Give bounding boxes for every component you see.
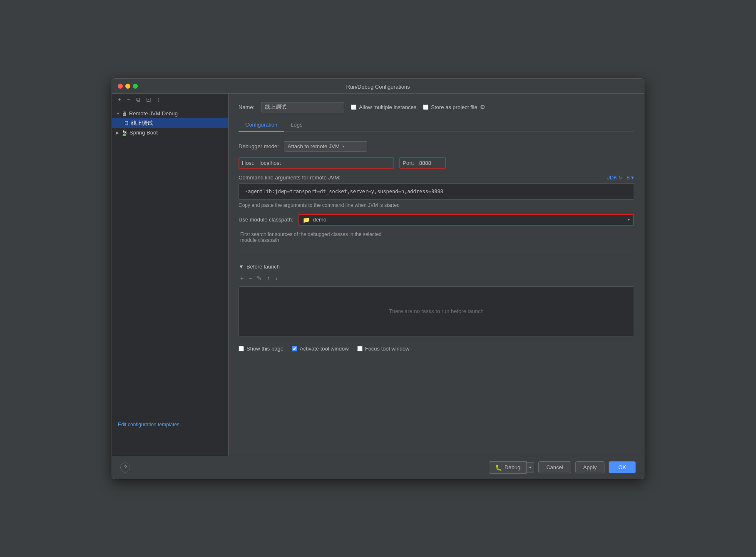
store-as-project-label: Store as project file [431,104,477,110]
module-dropdown-arrow-icon: ▾ [628,217,630,222]
before-launch-move-up-button[interactable]: ↑ [265,274,271,282]
before-launch-add-button[interactable]: + [239,274,245,282]
host-input[interactable] [258,158,391,168]
module-hint-line1: First search for sources of the debugged… [240,231,634,237]
no-tasks-text: There are no tasks to run before launch [389,308,484,314]
module-icon: 📁 [303,216,310,223]
sidebar-item-xian-shang[interactable]: 🖥 线上调试 [112,118,228,128]
sidebar-tree: ▼ 🖥 Remote JVM Debug 🖥 线上调试 ▶ 🍃 Spring B… [112,107,228,456]
before-launch-header[interactable]: ▼ Before launch [239,264,634,270]
host-port-row: Host: Port: [239,157,634,169]
command-line-value: -agentlib:jdwp=transport=dt_socket,serve… [245,189,443,194]
jdk-link[interactable]: JDK 5 - 8 ▾ [607,174,634,181]
dialog-footer: ? 🐛 Debug ▾ Cancel Apply OK [112,456,644,479]
run-debug-configurations-dialog: Run/Debug Configurations + − ⧉ ⊡ ↕ ▼ 🖥 R… [112,78,644,479]
host-label: Host: [242,160,254,166]
store-as-project-group: Store as project file ⚙ [423,104,485,110]
footer-right: 🐛 Debug ▾ Cancel Apply OK [489,461,636,474]
focus-tool-window-checkbox[interactable] [357,346,363,351]
gear-icon: ⚙ [480,104,485,110]
debug-button[interactable]: 🐛 Debug [489,461,527,474]
title-bar: Run/Debug Configurations [112,79,644,94]
before-launch-remove-button[interactable]: − [247,274,254,282]
close-traffic-light[interactable] [118,84,123,89]
sidebar: + − ⧉ ⊡ ↕ ▼ 🖥 Remote JVM Debug 🖥 线上调试 [112,94,229,456]
module-classpath-row: Use module classpath: 📁 demo ▾ [239,214,634,226]
before-launch-area: There are no tasks to run before launch [239,286,634,336]
sidebar-item-label-springboot: Spring Boot [129,129,158,136]
activate-tool-window-group: Activate tool window [292,346,349,352]
tab-configuration[interactable]: Configuration [239,118,284,132]
minimize-traffic-light[interactable] [125,84,130,89]
command-line-section: Command line arguments for remote JVM: J… [239,174,634,208]
module-value: demo [313,216,327,223]
help-button[interactable]: ? [120,463,130,472]
show-this-page-group: Show this page [239,346,284,352]
show-this-page-checkbox[interactable] [239,346,244,351]
activate-tool-window-label: Activate tool window [300,346,349,352]
debugger-mode-label: Debugger mode: [239,143,279,149]
activate-tool-window-checkbox[interactable] [292,346,297,351]
before-launch-toolbar: + − ✎ ↑ ↓ [239,273,634,283]
store-as-project-checkbox[interactable] [423,104,428,110]
main-content: + − ⧉ ⊡ ↕ ▼ 🖥 Remote JVM Debug 🖥 线上调试 [112,94,644,456]
show-this-page-label: Show this page [246,346,284,352]
module-hint: First search for sources of the debugged… [239,231,634,243]
command-line-box: -agentlib:jdwp=transport=dt_socket,serve… [239,183,634,200]
move-config-button[interactable]: ⊡ [144,95,153,104]
footer-left: ? [120,463,130,472]
apply-button[interactable]: Apply [575,461,605,473]
module-classpath-label: Use module classpath: [239,216,293,223]
dialog-title: Run/Debug Configurations [346,84,410,90]
remote-jvm-debug-icon: 🖥 [122,110,127,117]
debug-run-icon: 🐛 [495,464,502,471]
dropdown-arrow-icon: ▾ [342,144,344,149]
name-label: Name: [239,104,254,110]
chevron-right-icon: ▶ [116,131,119,135]
port-label: Port: [403,160,414,166]
remove-config-button[interactable]: − [125,95,132,104]
before-launch-section: ▼ Before launch + − ✎ ↑ ↓ There are no t… [239,264,634,336]
add-config-button[interactable]: + [116,95,123,104]
focus-tool-window-group: Focus tool window [357,346,410,352]
focus-tool-window-label: Focus tool window [365,346,410,352]
debug-dropdown-arrow-button[interactable]: ▾ [527,462,534,472]
form-section: Debugger mode: Attach to remote JVM ▾ Ho… [239,138,634,246]
ok-button[interactable]: OK [609,461,636,473]
allow-multiple-label: Allow multiple instances [359,104,416,110]
bottom-checkboxes: Show this page Activate tool window Focu… [239,342,634,355]
port-box: Port: [399,157,445,169]
maximize-traffic-light[interactable] [133,84,138,89]
name-row: Name: Allow multiple instances Store as … [239,102,634,112]
divider [239,255,634,255]
allow-multiple-checkbox[interactable] [351,104,356,110]
debug-button-group: 🐛 Debug ▾ [489,461,534,474]
name-input[interactable] [261,102,344,112]
command-line-label: Command line arguments for remote JVM: [239,174,341,181]
host-box: Host: [239,157,394,169]
tab-logs[interactable]: Logs [284,118,309,132]
module-hint-line2: module classpath [240,237,634,243]
module-classpath-select[interactable]: 📁 demo ▾ [298,214,634,226]
chevron-down-icon: ▼ [116,112,120,116]
sidebar-item-remote-jvm-debug-group[interactable]: ▼ 🖥 Remote JVM Debug [112,109,228,118]
before-launch-edit-button[interactable]: ✎ [255,274,264,282]
debugger-mode-select[interactable]: Attach to remote JVM ▾ [284,141,367,152]
command-line-hint: Copy and paste the arguments to the comm… [239,202,634,208]
traffic-lights [118,84,138,89]
before-launch-chevron-icon: ▼ [239,264,244,270]
before-launch-label: Before launch [246,264,280,270]
sidebar-item-spring-boot-group[interactable]: ▶ 🍃 Spring Boot [112,128,228,137]
debugger-mode-value: Attach to remote JVM [288,143,340,149]
allow-multiple-group: Allow multiple instances [351,104,416,110]
debugger-mode-row: Debugger mode: Attach to remote JVM ▾ [239,141,634,152]
tabs: Configuration Logs [239,118,634,132]
edit-templates-link[interactable]: Edit configuration templates... [112,418,189,432]
sidebar-toolbar: + − ⧉ ⊡ ↕ [112,94,228,107]
port-input[interactable] [418,158,443,168]
sidebar-item-label-xianshang: 线上调试 [131,119,153,127]
before-launch-move-down-button[interactable]: ↓ [273,274,279,282]
cancel-button[interactable]: Cancel [538,461,571,473]
copy-config-button[interactable]: ⧉ [134,95,142,104]
sort-config-button[interactable]: ↕ [155,95,162,104]
